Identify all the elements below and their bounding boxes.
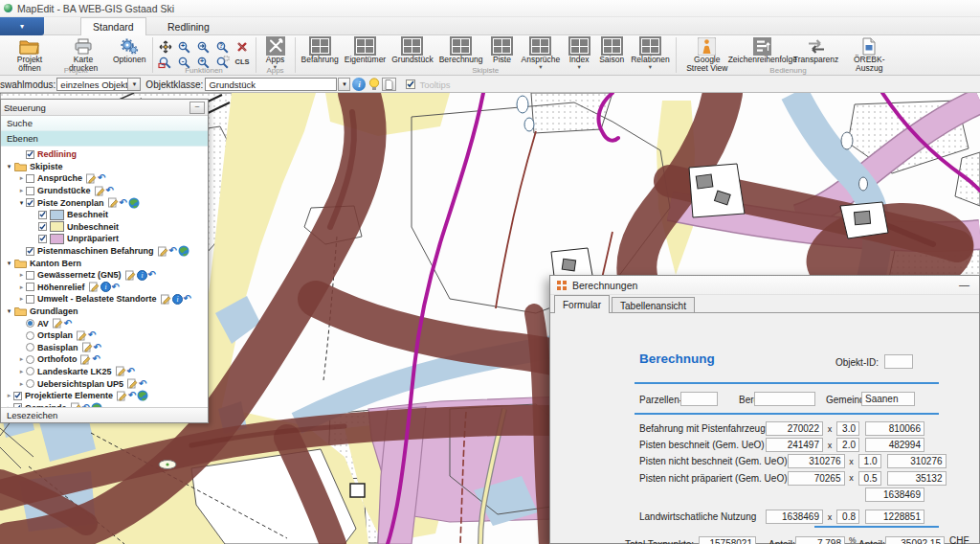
ribbon-button-optionen[interactable]: Optionen	[111, 36, 148, 65]
expander-collapsed-icon[interactable]: ▸	[17, 187, 26, 194]
edit-icon[interactable]	[117, 391, 127, 401]
panel-minimize-button[interactable]: –	[189, 102, 205, 114]
report-button[interactable]	[382, 78, 396, 91]
layer-row-beschneit[interactable]: Beschneit	[1, 209, 208, 221]
layer-row-redlining[interactable]: Redlining	[1, 148, 208, 161]
layer-radio[interactable]	[26, 343, 34, 351]
expander-collapsed-icon[interactable]: ▸	[17, 368, 26, 375]
expander-collapsed-icon[interactable]: ▸	[17, 295, 26, 303]
calc-result-field[interactable]: 35132	[887, 471, 947, 486]
layer-checkbox[interactable]	[26, 295, 34, 304]
calc-result-field[interactable]: 482994	[865, 438, 924, 452]
undo-icon[interactable]: ↶	[64, 319, 72, 329]
expander-expanded-icon[interactable]: ▾	[5, 260, 13, 267]
zoom-search-icon[interactable]: ?	[214, 39, 233, 54]
tab-standard[interactable]: Standard	[80, 17, 146, 35]
calc-value-field[interactable]: 310276	[788, 454, 845, 468]
layer-checkbox[interactable]	[26, 271, 34, 280]
layer-radio[interactable]	[26, 331, 34, 340]
expander-expanded-icon[interactable]: ▾	[17, 199, 26, 207]
total-taxpunkte-field[interactable]	[699, 536, 756, 544]
edit-icon[interactable]	[125, 270, 136, 281]
objekt-id-field[interactable]	[884, 354, 913, 369]
ribbon-button-berechnung[interactable]: Berechnung	[437, 36, 485, 65]
expander-collapsed-icon[interactable]: ▸	[17, 174, 26, 182]
undo-icon[interactable]: ↶	[98, 173, 105, 183]
edit-icon[interactable]	[89, 282, 100, 292]
layer-radio[interactable]	[26, 319, 34, 328]
tab-formular[interactable]: Formular	[554, 295, 610, 313]
edit-icon[interactable]	[80, 354, 91, 365]
expander-collapsed-icon[interactable]: ▸	[17, 355, 26, 363]
anteil-chf-field[interactable]	[885, 536, 945, 544]
undo-icon[interactable]: ↶	[94, 343, 101, 352]
layer-row-kanton-bern[interactable]: ▾Kanton Bern	[1, 257, 208, 269]
calc-result-field[interactable]: 310276	[887, 454, 947, 468]
tab-redlining[interactable]: Redlining	[156, 17, 221, 35]
object-class-combobox[interactable]: Grundstück	[205, 78, 337, 91]
undo-icon[interactable]: ↶	[88, 330, 96, 340]
dialog-minimize-button[interactable]: —	[955, 280, 973, 290]
undo-icon[interactable]: ↶	[92, 354, 100, 364]
layer-row-basisplan[interactable]: Basisplan↶	[1, 342, 208, 354]
zoom-forward-icon[interactable]	[195, 39, 213, 54]
expander-expanded-icon[interactable]: ▾	[5, 163, 13, 170]
parzellen-field[interactable]	[680, 392, 718, 406]
layer-checkbox[interactable]	[26, 198, 34, 207]
anteil-pct-field[interactable]	[795, 536, 845, 544]
object-class-dropdown-button[interactable]: ▼	[338, 78, 350, 91]
layer-row-projektierte-elemente[interactable]: ▸Projektierte Elemente↶	[1, 390, 208, 402]
undo-icon[interactable]: ↶	[169, 246, 177, 256]
edit-icon[interactable]	[108, 197, 119, 208]
layer-checkbox[interactable]	[38, 211, 47, 219]
calc-result-field[interactable]: 1228851	[865, 510, 924, 524]
berg-field[interactable]	[754, 392, 815, 406]
edit-icon[interactable]	[127, 378, 138, 389]
layer-checkbox[interactable]	[26, 187, 34, 195]
layer-row-landeskarte-lk25[interactable]: ▸Landeskarte LK25↶	[1, 366, 208, 378]
gemeinde-field[interactable]	[861, 392, 915, 406]
layer-checkbox[interactable]	[38, 235, 47, 243]
layer-checkbox[interactable]	[26, 283, 34, 291]
layer-radio[interactable]	[26, 379, 34, 388]
zoom-in-icon[interactable]: +	[176, 39, 194, 54]
undo-icon[interactable]: ↶	[127, 367, 135, 376]
edit-icon[interactable]	[95, 186, 105, 196]
calc-factor-field[interactable]: 1.0	[858, 454, 881, 468]
layer-checkbox[interactable]	[38, 222, 47, 231]
section-ebenen[interactable]: Ebenen	[1, 131, 208, 147]
globe-icon[interactable]	[137, 390, 148, 401]
layer-row-unbeschneit[interactable]: Unbeschneit	[1, 221, 208, 234]
layer-checkbox[interactable]	[26, 174, 34, 183]
info-icon[interactable]: i	[100, 282, 111, 292]
info-button[interactable]: i	[352, 78, 366, 91]
undo-icon[interactable]: ↶	[128, 391, 136, 400]
undo-icon[interactable]: ↶	[148, 270, 156, 280]
calc-factor-field[interactable]: 2.0	[836, 438, 859, 452]
undo-icon[interactable]: ↶	[139, 379, 146, 389]
edit-icon[interactable]	[82, 342, 93, 352]
expander-collapsed-icon[interactable]: ▸	[5, 392, 13, 399]
expander-collapsed-icon[interactable]: ▸	[17, 380, 26, 388]
undo-icon[interactable]: ↶	[120, 198, 127, 208]
tab-tabellenansicht[interactable]: Tabellenansicht	[612, 297, 695, 313]
ribbon-button-saison[interactable]: Saison	[596, 36, 627, 65]
expander-collapsed-icon[interactable]: ▸	[17, 283, 26, 291]
layer-checkbox[interactable]	[26, 247, 34, 256]
edit-icon[interactable]	[86, 173, 97, 184]
calc-value-field[interactable]: 70265	[788, 471, 845, 486]
hint-bulb-button[interactable]	[368, 78, 381, 91]
clear-selection-icon[interactable]	[234, 39, 252, 54]
layer-row-anspr-che[interactable]: ▸Ansprüche↶	[1, 172, 208, 185]
ribbon-button-eigent-mer[interactable]: Eigentümer	[343, 36, 388, 65]
layer-checkbox[interactable]	[13, 392, 22, 400]
layer-row-skipiste[interactable]: ▾Skipiste	[1, 161, 208, 173]
layer-row-pistenmaschinen-befahrung[interactable]: Pistenmaschinen Befahrung↶	[1, 245, 208, 258]
edit-icon[interactable]	[116, 366, 126, 376]
edit-icon[interactable]	[53, 318, 63, 329]
layer-row-uebersichtsplan-up5[interactable]: ▸Uebersichtsplan UP5↶	[1, 377, 208, 390]
calc-value-field[interactable]: 270022	[766, 421, 823, 436]
ribbon-button-zeichenreihenfolge[interactable]: Zeichenreihenfolge	[736, 36, 790, 65]
layer-radio[interactable]	[26, 355, 34, 364]
calc-value-field[interactable]: 1638469	[766, 510, 823, 524]
